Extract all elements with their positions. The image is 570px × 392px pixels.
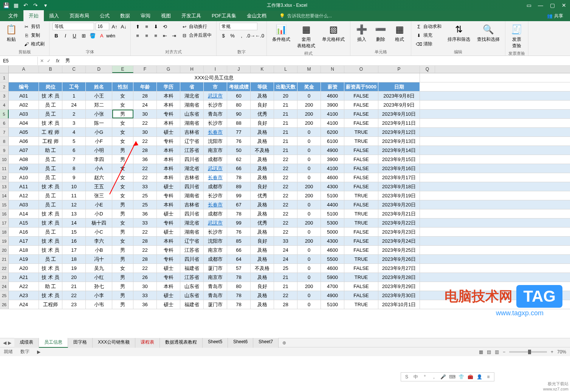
table-cell[interactable]: 0 (297, 209, 321, 218)
table-cell[interactable]: 本科 (157, 91, 180, 100)
tab-data[interactable]: 数据 (115, 10, 135, 22)
table-cell[interactable]: 5000 (321, 228, 344, 236)
table-cell[interactable]: 南京市 (204, 246, 227, 254)
table-cell[interactable]: 技 术 员 (39, 182, 62, 191)
table-cell[interactable]: 吉林省 (180, 173, 204, 182)
table-cell[interactable]: 25 (133, 200, 157, 209)
table-cell[interactable]: 2023年9月26日 (378, 255, 420, 263)
table-cell[interactable]: FALSE (344, 119, 378, 127)
table-cell[interactable]: 12 (62, 200, 86, 209)
table-cell[interactable]: 13 (62, 209, 86, 218)
table-cell[interactable]: 22 (274, 173, 297, 182)
table-cell[interactable]: 14 (62, 218, 86, 227)
table-cell[interactable]: 技 术 员 (39, 91, 62, 100)
select-all-corner[interactable] (0, 66, 9, 73)
table-header-cell[interactable]: 薪资高于5000 (344, 82, 378, 91)
table-cell[interactable]: 4100 (321, 119, 344, 127)
table-cell[interactable]: 男 (112, 155, 133, 164)
table-cell[interactable]: TRUE (344, 191, 378, 200)
table-cell[interactable]: 78 (227, 300, 251, 309)
zoom-in-icon[interactable]: + (551, 349, 553, 355)
table-cell[interactable]: 3900 (321, 101, 344, 109)
table-cell[interactable]: A19 (9, 255, 39, 263)
table-cell[interactable]: 小E (86, 200, 112, 209)
column-header[interactable]: D (86, 66, 112, 73)
table-cell[interactable]: 助 工 (39, 146, 62, 155)
tab-pdf[interactable]: PDF工具集 (206, 10, 242, 22)
table-cell[interactable]: 吉林省 (180, 200, 204, 209)
table-cell[interactable]: 湖北省 (180, 218, 204, 227)
table-cell[interactable]: 技 术 员 (39, 264, 62, 273)
font-size-select[interactable] (96, 23, 109, 30)
table-cell[interactable]: 2023年9月11日 (378, 119, 420, 127)
table-header-cell[interactable]: 姓名 (86, 82, 112, 91)
table-cell[interactable]: 男 (112, 282, 133, 291)
sheet-tab[interactable]: XXX公司销售额 (93, 338, 135, 348)
table-cell[interactable]: 200 (297, 218, 321, 227)
insert-cells-button[interactable]: ➕插入 (353, 23, 370, 43)
dec-decimal-icon[interactable]: ←.0 (256, 32, 263, 39)
tab-insert[interactable]: 插入 (44, 10, 64, 22)
table-cell[interactable]: 工程 师 (39, 137, 62, 146)
table-cell[interactable]: 本科 (157, 173, 180, 182)
column-header[interactable]: N (321, 66, 344, 73)
table-cell[interactable]: 28 (133, 255, 157, 263)
table-cell[interactable]: 22 (274, 164, 297, 173)
wrap-button[interactable]: ↩自动换行 (180, 23, 213, 31)
autosum-button[interactable]: Σ自动求和 (414, 23, 443, 31)
qat-more-icon[interactable]: ▾ (42, 2, 48, 8)
table-cell[interactable]: FALSE (344, 200, 378, 209)
table-cell[interactable]: 36 (133, 209, 157, 218)
table-cell[interactable]: 硕士 (157, 300, 180, 309)
percent-icon[interactable]: % (229, 32, 236, 39)
table-cell[interactable]: 200 (297, 282, 321, 291)
table-cell[interactable]: A07 (9, 146, 39, 155)
table-cell[interactable]: 硕士 (157, 228, 180, 236)
table-cell[interactable]: 0 (297, 155, 321, 164)
table-cell[interactable]: 4600 (321, 264, 344, 273)
table-cell[interactable]: 62 (227, 155, 251, 164)
column-header[interactable]: C (62, 66, 86, 73)
format-cells-button[interactable]: ▦格式 (391, 23, 408, 43)
table-cell[interactable]: 及格 (251, 164, 274, 173)
table-cell[interactable]: 不及格 (251, 264, 274, 273)
table-cell[interactable]: 四川省 (180, 182, 204, 191)
table-cell[interactable]: 专科 (157, 218, 180, 227)
table-cell[interactable]: 2023年9月9日 (378, 101, 420, 109)
confirm-formula-icon[interactable]: ✓ (47, 58, 51, 64)
column-header[interactable]: M (297, 66, 321, 73)
table-cell[interactable]: 22 (274, 291, 297, 300)
table-cell[interactable]: 小韦 (86, 300, 112, 309)
tab-layout[interactable]: 页面布局 (64, 10, 94, 22)
table-cell[interactable]: 南京市 (204, 146, 227, 155)
table-cell[interactable]: 湖北省 (180, 164, 204, 173)
table-cell[interactable]: 优秀 (251, 191, 274, 200)
table-cell[interactable]: 四川省 (180, 209, 204, 218)
table-cell[interactable]: 长春市 (204, 200, 227, 209)
table-cell[interactable]: 2023年9月30日 (378, 291, 420, 300)
table-cell[interactable]: 2023年9月20日 (378, 200, 420, 209)
table-cell[interactable]: FALSE (344, 237, 378, 245)
increase-font-icon[interactable]: A↑ (111, 23, 118, 30)
table-cell[interactable]: 本科 (157, 101, 180, 109)
table-cell[interactable]: 4700 (321, 282, 344, 291)
table-cell[interactable]: 及格 (251, 228, 274, 236)
table-cell[interactable]: 武汉市 (204, 218, 227, 227)
align-middle-icon[interactable]: ≡ (143, 23, 150, 30)
table-cell[interactable]: 硕士 (157, 264, 180, 273)
table-cell[interactable]: A16 (9, 228, 39, 236)
table-cell[interactable]: A06 (9, 137, 39, 146)
view-break-icon[interactable]: ▥ (495, 349, 499, 355)
cond-format-button[interactable]: 📊条件格式 (270, 23, 293, 43)
table-cell[interactable]: 本科 (157, 164, 180, 173)
row-header[interactable]: 3 (0, 91, 9, 100)
sheet-tab[interactable]: 员工信息 (39, 338, 68, 348)
table-cell[interactable]: 99 (227, 191, 251, 200)
cell-style-button[interactable]: ▧单元格样式 (320, 23, 347, 43)
view-layout-icon[interactable]: ▤ (487, 349, 491, 355)
table-cell[interactable]: 赵六 (86, 173, 112, 182)
table-cell[interactable]: 及格 (251, 155, 274, 164)
table-cell[interactable]: A03 (9, 200, 39, 209)
table-cell[interactable]: 男 (112, 228, 133, 236)
table-cell[interactable]: 80 (227, 101, 251, 109)
